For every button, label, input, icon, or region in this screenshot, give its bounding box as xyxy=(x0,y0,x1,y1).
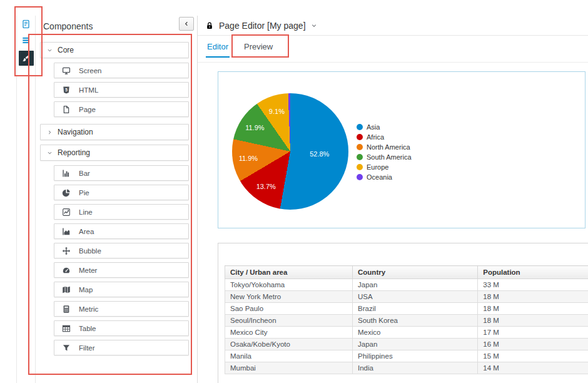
tab-strip: EditorPreview xyxy=(198,36,588,63)
table-cell: 33 M xyxy=(478,279,588,291)
table-row: ManilaPhilippines15 M xyxy=(225,350,588,362)
page-editor-screen: Components CoreScreen5HTMLPageNavigation… xyxy=(0,0,588,383)
brush-icon xyxy=(21,54,31,63)
component-label: Bar xyxy=(79,170,90,177)
component-item-meter[interactable]: Meter xyxy=(54,262,189,278)
section-header-core[interactable]: Core xyxy=(40,42,189,58)
component-item-line[interactable]: Line xyxy=(54,204,189,220)
table-header-cell: City / Urban area xyxy=(225,266,353,279)
legend-label: Oceania xyxy=(367,173,392,181)
chevron-right-icon xyxy=(47,130,53,135)
tool-icon-strip xyxy=(16,16,36,383)
table-cell: Japan xyxy=(353,339,478,350)
section-label: Navigation xyxy=(58,128,93,136)
bar-chart-icon xyxy=(62,169,71,178)
component-label: Pie xyxy=(79,189,89,197)
component-item-filter[interactable]: Filter xyxy=(54,340,189,355)
legend-label: Europe xyxy=(367,163,388,171)
component-label: Screen xyxy=(79,67,101,74)
pie-slice-label-africa: 13.7% xyxy=(256,183,276,190)
section-header-navigation[interactable]: Navigation xyxy=(40,124,189,140)
table-header-cell: Country xyxy=(353,266,478,279)
sidebar-collapse-button[interactable] xyxy=(179,17,194,31)
legend-item-asia[interactable]: Asia xyxy=(357,123,412,131)
table-row: New York MetroUSA18 M xyxy=(225,291,588,303)
section-header-reporting[interactable]: Reporting xyxy=(40,145,189,161)
page-editor-header[interactable]: Page Editor [My page] xyxy=(198,16,588,36)
chevron-down-icon xyxy=(311,23,317,29)
strip-button-brush[interactable] xyxy=(19,51,34,66)
component-item-bubble[interactable]: Bubble xyxy=(54,243,189,258)
pie-chart-icon xyxy=(62,188,71,197)
chevron-down-icon xyxy=(47,150,53,156)
legend-item-europe[interactable]: Europe xyxy=(357,163,412,171)
legend-label: South America xyxy=(367,153,412,161)
page-title[interactable]: Page Editor [My page] xyxy=(219,21,306,31)
chevron-down-icon xyxy=(47,48,53,53)
table-row: Mexico CityMexico17 M xyxy=(225,327,588,339)
tab-editor[interactable]: Editor xyxy=(206,36,230,58)
table-cell: Osaka/Kobe/Kyoto xyxy=(225,339,353,350)
table-cell: South Korea xyxy=(353,315,478,327)
component-item-metric[interactable]: Metric xyxy=(54,301,189,317)
component-label: Line xyxy=(79,208,93,216)
table-cell: New York Metro xyxy=(225,291,353,303)
table-row: Tokyo/YokohamaJapan33 M xyxy=(225,279,588,291)
components-sidebar: Components CoreScreen5HTMLPageNavigation… xyxy=(36,16,197,383)
table-cell: Brazil xyxy=(353,303,478,315)
component-label: Bubble xyxy=(79,247,101,255)
legend-dot xyxy=(357,144,363,150)
component-item-pie[interactable]: Pie xyxy=(54,185,189,200)
pie-chart[interactable] xyxy=(232,93,348,210)
legend-dot xyxy=(357,154,363,160)
table-cell: 18 M xyxy=(478,315,588,327)
table-row: Seoul/IncheonSouth Korea18 M xyxy=(225,315,588,327)
component-item-screen[interactable]: Screen xyxy=(54,63,189,78)
table-cell: USA xyxy=(353,291,478,303)
legend-item-oceania[interactable]: Oceania xyxy=(357,173,412,181)
lock-icon-slot xyxy=(205,21,214,30)
table-cell: Philippines xyxy=(353,350,478,362)
component-item-page[interactable]: Page xyxy=(54,101,189,117)
html-icon: 5 xyxy=(62,86,71,94)
legend-item-africa[interactable]: Africa xyxy=(357,133,412,141)
component-label: Map xyxy=(79,286,93,294)
strip-button-document[interactable] xyxy=(18,16,34,32)
chevron-left-icon xyxy=(183,21,190,27)
legend-label: Asia xyxy=(367,123,380,131)
component-label: Meter xyxy=(79,267,97,274)
tab-preview[interactable]: Preview xyxy=(243,36,274,56)
component-label: Table xyxy=(79,325,96,332)
table-panel[interactable]: City / Urban areaCountryPopulation Tokyo… xyxy=(218,243,588,383)
pie-slice-label-europe: 9.1% xyxy=(269,108,285,115)
table-cell: Mumbai xyxy=(225,362,353,374)
legend-dot xyxy=(357,134,363,140)
table-cell: 18 M xyxy=(478,303,588,315)
legend-dot xyxy=(357,124,363,130)
table-cell: 15 M xyxy=(478,350,588,362)
table-cell: Seoul/Incheon xyxy=(225,315,353,327)
strip-button-menu[interactable] xyxy=(18,32,34,48)
chart-legend: AsiaAfricaNorth AmericaSouth AmericaEuro… xyxy=(357,123,412,181)
population-table: City / Urban areaCountryPopulation Tokyo… xyxy=(225,265,588,374)
table-row: MumbaiIndia14 M xyxy=(225,362,588,374)
metric-icon xyxy=(62,305,71,314)
meter-icon xyxy=(62,266,71,275)
table-header-cell: Population xyxy=(478,266,588,279)
legend-item-north-america[interactable]: North America xyxy=(357,143,412,151)
table-cell: 16 M xyxy=(478,339,588,350)
page-icon xyxy=(62,105,71,114)
legend-dot xyxy=(357,174,363,180)
table-cell: 14 M xyxy=(478,362,588,374)
component-item-bar[interactable]: Bar xyxy=(54,165,189,181)
caret-slot xyxy=(311,23,317,29)
component-item-html[interactable]: 5HTML xyxy=(54,82,189,98)
component-label: HTML xyxy=(79,86,98,94)
pie-chart-panel[interactable]: AsiaAfricaNorth AmericaSouth AmericaEuro… xyxy=(218,71,585,228)
legend-label: North America xyxy=(367,143,410,151)
legend-item-south-america[interactable]: South America xyxy=(357,153,412,161)
component-item-table[interactable]: Table xyxy=(54,320,189,336)
component-item-area[interactable]: Area xyxy=(54,223,189,239)
component-item-map[interactable]: Map xyxy=(54,282,189,297)
table-cell: India xyxy=(353,362,478,374)
